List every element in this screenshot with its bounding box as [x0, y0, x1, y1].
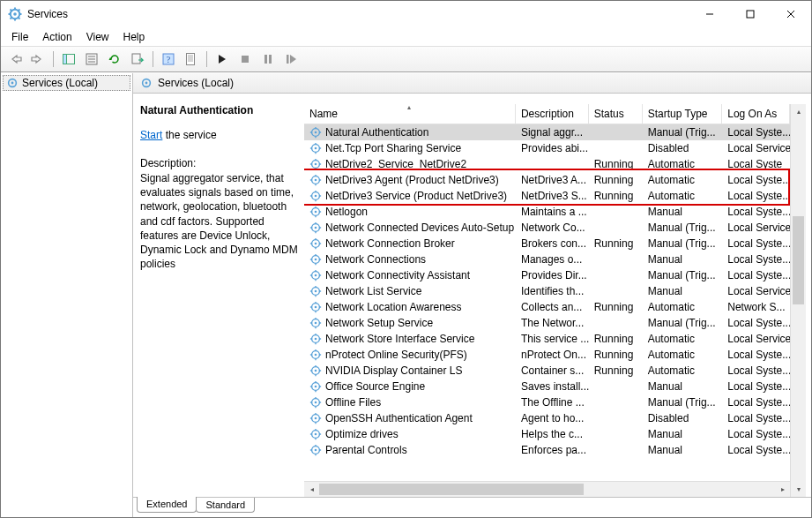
scroll-down-icon[interactable]: ▾	[791, 482, 806, 497]
cell-status: Running	[589, 190, 643, 202]
cell-logon: Local Syste...	[722, 380, 790, 393]
restart-service-button[interactable]	[280, 49, 302, 70]
menu-file[interactable]: File	[4, 29, 35, 45]
service-row[interactable]: NetDrive3 Service (Product NetDrive3)Net…	[304, 188, 790, 204]
cell-name: Network Store Interface Service	[304, 333, 516, 345]
service-row[interactable]: Parental ControlsEnforces pa...ManualLoc…	[304, 442, 790, 458]
service-row[interactable]: Natural AuthenticationSignal aggr...Manu…	[304, 124, 790, 140]
cell-description: The Offline ...	[516, 396, 589, 409]
app-gear-icon	[8, 7, 22, 21]
panel-header: Services (Local)	[133, 73, 811, 94]
cell-logon: Local Syste...	[722, 396, 790, 409]
export-button[interactable]	[127, 49, 148, 70]
cell-description: NetDrive3 A...	[516, 174, 589, 186]
service-row[interactable]: Office Source EngineSaves install...Manu…	[304, 379, 790, 394]
service-row[interactable]: Network Connection BrokerBrokers con...R…	[304, 236, 790, 251]
close-button[interactable]	[771, 1, 811, 27]
start-suffix: the service	[162, 129, 216, 141]
panel-header-label: Services (Local)	[158, 77, 234, 89]
service-row[interactable]: NetDrive3 Agent (Product NetDrive3)NetDr…	[304, 172, 790, 188]
refresh-button[interactable]	[104, 49, 125, 70]
service-row[interactable]: NetDrive2_Service_NetDrive2RunningAutoma…	[304, 156, 790, 172]
pause-service-button[interactable]	[257, 49, 279, 70]
tree-services-local[interactable]: Services (Local)	[3, 75, 130, 91]
vertical-scrollbar[interactable]: ▴ ▾	[790, 104, 806, 497]
service-row[interactable]: Network Location AwarenessCollects an...…	[304, 299, 790, 315]
cell-startup: Manual (Trig...	[643, 269, 723, 282]
cell-name: Office Source Engine	[304, 380, 516, 393]
cell-description: Network Co...	[516, 221, 589, 234]
service-row[interactable]: Network Connectivity AssistantProvides D…	[304, 267, 790, 283]
vscroll-thumb[interactable]	[793, 216, 804, 304]
tab-standard[interactable]: Standard	[196, 498, 255, 513]
toolbar: ?	[1, 46, 811, 72]
col-name[interactable]: Name▴	[304, 104, 516, 124]
cell-logon: Local Syste...	[722, 349, 790, 361]
service-row[interactable]: Net.Tcp Port Sharing ServiceProvides abi…	[304, 140, 790, 156]
cell-logon: Local Service	[722, 333, 790, 345]
gear-icon	[309, 333, 322, 345]
gear-icon	[309, 301, 322, 313]
service-row[interactable]: Optimize drivesHelps the c...ManualLocal…	[304, 426, 790, 442]
service-row[interactable]: Network Setup ServiceThe Networ...Manual…	[304, 315, 790, 331]
svg-point-35	[145, 82, 148, 85]
maximize-button[interactable]	[730, 1, 771, 27]
start-link[interactable]: Start	[140, 129, 162, 141]
horizontal-scrollbar[interactable]: ◂ ▸	[304, 481, 790, 497]
cell-startup: Manual	[643, 285, 723, 297]
selected-service-name: Natural Authentication	[140, 104, 299, 116]
cell-description: Enforces pa...	[516, 444, 589, 456]
panel-body: Natural Authentication Start the service…	[133, 94, 811, 497]
svg-rect-20	[132, 54, 140, 64]
scroll-up-icon[interactable]: ▴	[791, 104, 806, 119]
service-row[interactable]: NVIDIA Display Container LSContainer s..…	[304, 363, 790, 379]
cell-startup: Automatic	[643, 349, 723, 361]
help-button[interactable]: ?	[158, 49, 179, 70]
cell-name: Offline Files	[304, 396, 516, 409]
nav-back-button[interactable]	[4, 49, 26, 70]
svg-line-6	[11, 10, 12, 11]
list-rows[interactable]: Natural AuthenticationSignal aggr...Manu…	[304, 124, 790, 481]
scroll-left-icon[interactable]: ◂	[304, 482, 319, 497]
service-row[interactable]: NetlogonMaintains a ...ManualLocal Syste…	[304, 204, 790, 220]
service-row[interactable]: nProtect Online Security(PFS)nProtect On…	[304, 347, 790, 363]
scroll-right-icon[interactable]: ▸	[775, 482, 790, 497]
svg-point-109	[315, 322, 317, 325]
cell-startup: Automatic	[643, 301, 723, 313]
gear-icon	[309, 317, 322, 329]
service-row[interactable]: Network Store Interface ServiceThis serv…	[304, 331, 790, 347]
tab-extended[interactable]: Extended	[137, 497, 197, 513]
cell-startup: Manual (Trig...	[643, 396, 723, 409]
nav-forward-button[interactable]	[27, 49, 48, 70]
minimize-button[interactable]	[689, 1, 730, 27]
show-hide-tree-button[interactable]	[58, 49, 79, 70]
col-logon[interactable]: Log On As	[722, 104, 790, 124]
service-row[interactable]: Network ConnectionsManages o...ManualLoc…	[304, 251, 790, 267]
col-status[interactable]: Status	[589, 104, 643, 124]
cell-startup: Manual (Trig...	[643, 221, 723, 234]
menu-action[interactable]: Action	[35, 29, 78, 45]
svg-rect-28	[242, 56, 249, 63]
col-startup[interactable]: Startup Type	[643, 104, 723, 124]
svg-point-145	[315, 417, 317, 420]
start-service-button[interactable]	[212, 49, 233, 70]
menu-view[interactable]: View	[79, 29, 116, 45]
service-row[interactable]: Offline FilesThe Offline ...Manual (Trig…	[304, 394, 790, 410]
gear-icon	[309, 349, 322, 361]
properties-button[interactable]	[81, 49, 102, 70]
stop-service-button[interactable]	[235, 49, 256, 70]
service-row[interactable]: Network List ServiceIdentifies th...Manu…	[304, 283, 790, 299]
menu-help[interactable]: Help	[116, 29, 153, 45]
properties-sheet-button[interactable]	[181, 49, 202, 70]
services-list: Name▴ Description Status Startup Type Lo…	[304, 104, 806, 497]
cell-logon: Local Syste...	[722, 253, 790, 266]
cell-logon: Local Syste...	[722, 190, 790, 202]
service-row[interactable]: OpenSSH Authentication AgentAgent to ho.…	[304, 410, 790, 426]
gear-icon	[309, 396, 322, 409]
cell-description: Provides Dir...	[516, 269, 589, 282]
col-description[interactable]: Description	[516, 104, 589, 124]
svg-rect-11	[747, 11, 754, 18]
service-row[interactable]: Network Connected Devices Auto-SetupNetw…	[304, 220, 790, 236]
hscroll-thumb[interactable]	[319, 484, 584, 495]
cell-name: Network Connectivity Assistant	[304, 269, 516, 282]
